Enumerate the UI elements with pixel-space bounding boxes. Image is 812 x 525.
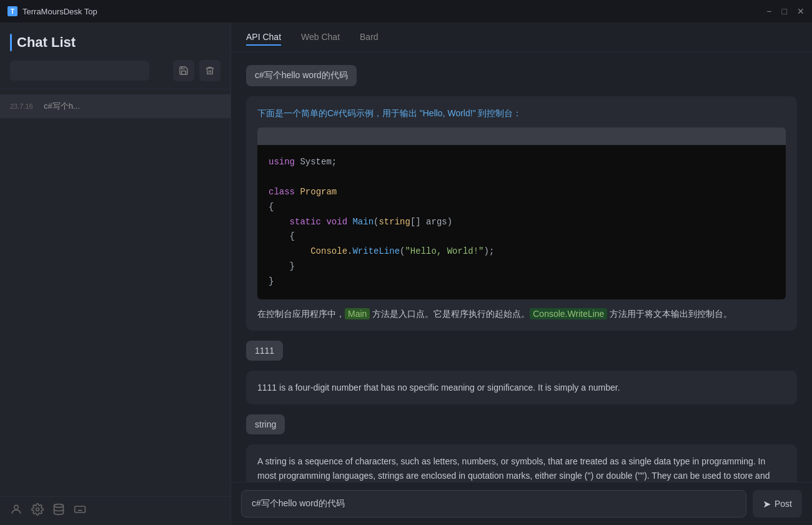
sidebar-header: Chat List 🔍	[0, 22, 230, 89]
code-toolbar	[257, 128, 786, 145]
assistant-message-2: 1111 is a four-digit number that has no …	[246, 371, 797, 404]
user-bubble-text-2: 1111	[246, 341, 283, 361]
assistant-simple-text-3: A string is a sequence of characters, su…	[257, 456, 770, 482]
sidebar-title-row: Chat List	[10, 34, 220, 51]
assistant-simple-text-2: 1111 is a four-digit number that has no …	[257, 382, 620, 392]
highlight-console: Console.WriteLine	[530, 308, 607, 319]
sidebar-search-row: 🔍	[10, 60, 220, 81]
chat-preview: c#写个h...	[44, 101, 80, 112]
chat-list: 23.7.16 c#写个h...	[0, 89, 230, 496]
user-bubble-text-3: string	[246, 414, 285, 434]
input-area: c#写个hello word的代码 ➤ Post	[231, 482, 812, 525]
titlebar-left: T TerraMoursDesk Top	[7, 6, 97, 16]
user-message-1: c#写个hello word的代码	[246, 65, 797, 86]
svg-point-1	[36, 508, 39, 511]
main-layout: Chat List 🔍	[0, 22, 812, 525]
save-icon	[179, 66, 189, 76]
svg-rect-3	[75, 506, 86, 512]
assistant-message-3: A string is a sequence of characters, su…	[246, 444, 797, 482]
sidebar-accent-bar	[10, 34, 12, 51]
assistant-intro: 下面是一个简单的C#代码示例，用于输出 "Hello, World!" 到控制台…	[257, 106, 786, 120]
messages-area: c#写个hello word的代码 下面是一个简单的C#代码示例，用于输出 "H…	[231, 52, 812, 482]
close-button[interactable]: ✕	[797, 7, 805, 16]
code-block: using System;class Program{ static void …	[257, 145, 786, 299]
save-button[interactable]	[173, 60, 194, 81]
search-wrapper: 🔍	[10, 61, 168, 81]
delete-button[interactable]	[199, 60, 220, 81]
send-icon: ➤	[763, 498, 771, 510]
sidebar: Chat List 🔍	[0, 22, 231, 525]
sidebar-title: Chat List	[17, 34, 76, 51]
assistant-message-1: 下面是一个简单的C#代码示例，用于输出 "Hello, World!" 到控制台…	[246, 96, 797, 331]
content-area: API Chat Web Chat Bard c#写个hello word的代码…	[231, 22, 812, 525]
send-label: Post	[775, 499, 792, 509]
chat-date: 23.7.16	[10, 102, 37, 110]
tab-web-chat[interactable]: Web Chat	[301, 29, 340, 46]
maximize-button[interactable]: □	[782, 7, 787, 16]
database-icon[interactable]	[52, 503, 65, 519]
app-icon: T	[7, 6, 17, 16]
settings-icon[interactable]	[31, 503, 44, 519]
nav-tabs: API Chat Web Chat Bard	[231, 22, 812, 52]
user-icon[interactable]	[10, 503, 22, 519]
sidebar-bottom	[0, 496, 230, 525]
footer-post: 方法用于将文本输出到控制台。	[607, 309, 732, 319]
highlight-main: Main	[345, 308, 370, 319]
trash-icon	[205, 66, 215, 76]
user-message-2: 1111	[246, 341, 797, 361]
user-message-3: string	[246, 414, 797, 434]
minimize-button[interactable]: −	[766, 7, 771, 16]
tab-api-chat[interactable]: API Chat	[246, 29, 281, 46]
footer-pre: 在控制台应用程序中，	[257, 309, 345, 319]
app-title: TerraMoursDesk Top	[22, 7, 97, 16]
list-item[interactable]: 23.7.16 c#写个h...	[0, 94, 230, 118]
user-bubble-text: c#写个hello word的代码	[246, 65, 357, 86]
titlebar: T TerraMoursDesk Top − □ ✕	[0, 0, 812, 22]
assistant-footer: 在控制台应用程序中，Main 方法是入口点。它是程序执行的起始点。Console…	[257, 307, 786, 321]
titlebar-controls: − □ ✕	[766, 7, 805, 16]
send-button[interactable]: ➤ Post	[753, 490, 802, 518]
tab-bard[interactable]: Bard	[360, 29, 379, 46]
chat-input[interactable]: c#写个hello word的代码	[241, 490, 746, 518]
svg-point-2	[54, 504, 64, 508]
keyboard-icon[interactable]	[74, 503, 86, 519]
search-input[interactable]	[10, 61, 149, 81]
footer-mid: 方法是入口点。它是程序执行的起始点。	[370, 309, 530, 319]
svg-point-0	[14, 505, 19, 509]
